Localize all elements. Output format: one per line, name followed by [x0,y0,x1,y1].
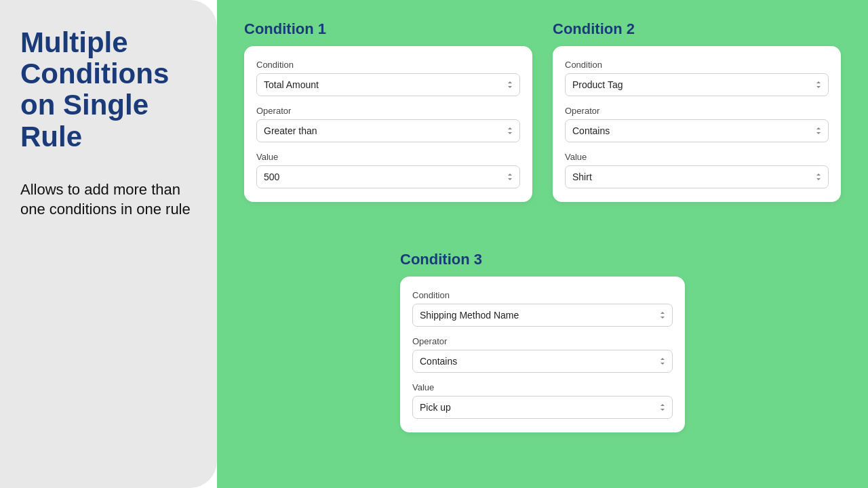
condition-2-operator-field: Operator Contains [565,106,829,142]
condition-3-block: Condition 3 Condition Shipping Method Na… [400,251,685,432]
condition-3-operator-label: Operator [412,336,673,346]
condition-1-value-select[interactable]: 500 [256,165,520,188]
condition-1-value-field: Value 500 [256,152,520,188]
condition-1-operator-select[interactable]: Greater than [256,119,520,142]
condition-1-title: Condition 1 [244,20,532,38]
condition-2-title: Condition 2 [553,20,841,38]
right-panel: Condition 1 Condition Total Amount Opera… [217,0,868,488]
condition-1-operator-field: Operator Greater than [256,106,520,142]
condition-2-operator-label: Operator [565,106,829,116]
left-panel: Multiple Conditions on Single Rule Allow… [0,0,217,488]
condition-3-condition-label: Condition [412,290,673,300]
condition-3-wrapper: Condition 3 Condition Shipping Method Na… [244,251,841,432]
condition-3-value-select[interactable]: Pick up [412,396,673,419]
page-description: Allows to add more than one conditions i… [20,180,197,220]
condition-3-operator-field: Operator Contains [412,336,673,373]
condition-1-value-label: Value [256,152,520,162]
condition-3-value-label: Value [412,382,673,392]
condition-1-condition-select[interactable]: Total Amount [256,73,520,96]
condition-1-condition-label: Condition [256,60,520,70]
condition-3-condition-field: Condition Shipping Method Name [412,290,673,327]
condition-2-block: Condition 2 Condition Product Tag Operat… [553,20,841,202]
condition-3-condition-select[interactable]: Shipping Method Name [412,304,673,327]
condition-3-title: Condition 3 [400,251,685,268]
condition-3-operator-select[interactable]: Contains [412,350,673,373]
condition-1-operator-label: Operator [256,106,520,116]
condition-2-condition-select[interactable]: Product Tag [565,73,829,96]
condition-2-condition-label: Condition [565,60,829,70]
condition-2-value-select[interactable]: Shirt [565,165,829,188]
condition-2-value-field: Value Shirt [565,152,829,188]
page-title: Multiple Conditions on Single Rule [20,27,197,152]
condition-2-value-label: Value [565,152,829,162]
condition-3-value-field: Value Pick up [412,382,673,419]
condition-1-condition-field: Condition Total Amount [256,60,520,96]
condition-1-block: Condition 1 Condition Total Amount Opera… [244,20,532,202]
condition-2-condition-field: Condition Product Tag [565,60,829,96]
condition-3-card: Condition Shipping Method Name Operator … [400,277,685,432]
condition-2-operator-select[interactable]: Contains [565,119,829,142]
condition-1-card: Condition Total Amount Operator Greater … [244,46,532,202]
condition-2-card: Condition Product Tag Operator Contains … [553,46,841,202]
